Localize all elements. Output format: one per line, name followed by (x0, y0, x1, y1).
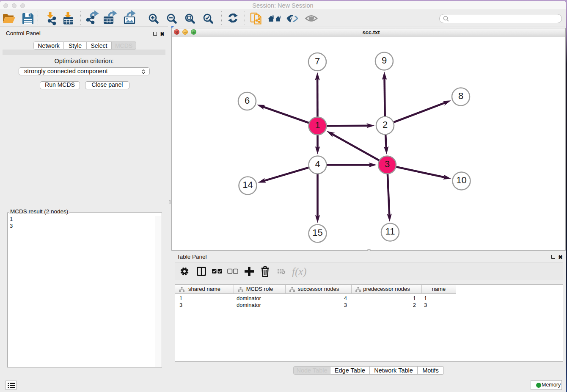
svg-text:3: 3 (385, 159, 390, 169)
svg-text:9: 9 (382, 55, 387, 66)
svg-text:10: 10 (456, 175, 466, 185)
svg-text:f(x): f(x) (292, 266, 307, 278)
svg-text:7: 7 (315, 56, 320, 66)
svg-text:6: 6 (245, 95, 250, 106)
svg-text:8: 8 (458, 91, 463, 101)
svg-text:15: 15 (312, 227, 322, 238)
svg-text:4: 4 (315, 159, 320, 169)
svg-text:14: 14 (242, 179, 253, 190)
svg-text:11: 11 (385, 226, 395, 237)
svg-text:2: 2 (383, 119, 388, 130)
svg-text:1: 1 (315, 120, 320, 130)
